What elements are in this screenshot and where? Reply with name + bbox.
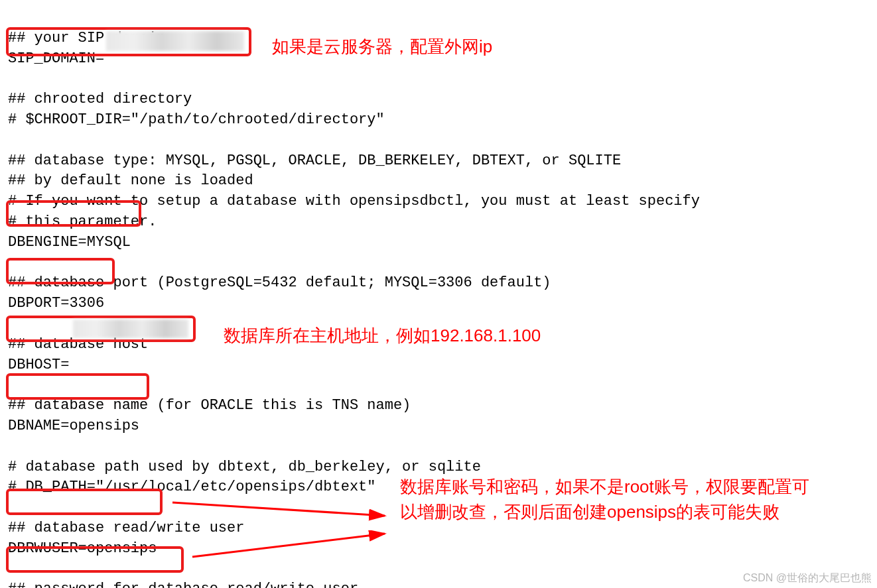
code-line: # database path used by dbtext, db_berke… [8,459,481,475]
code-line: ## your SIP domain [8,30,166,46]
code-line: # If you want to setup a database with o… [8,193,700,209]
code-line: # this parameter. [8,213,157,230]
watermark: CSDN @世俗的大尾巴也熊 [743,571,872,585]
code-line: DBPORT=3306 [8,295,104,312]
code-line: ## chrooted directory [8,91,192,107]
code-line: ## database port (PostgreSQL=5432 defaul… [8,274,551,291]
annotation-dbhost: 数据库所在主机地址，例如192.168.1.100 [224,323,541,347]
code-line: ## database host [8,336,148,353]
annotation-dbrw: 数据库账号和密码，如果不是root账号，权限要配置可以增删改查，否则后面创建op… [400,475,825,524]
code-line: # $CHROOT_DIR="/path/to/chrooted/directo… [8,111,385,128]
code-line: ## database type: MYSQL, PGSQL, ORACLE, … [8,152,621,169]
code-line: ## password for database read/write user [8,581,358,588]
code-line: # DB_PATH="/usr/local/etc/opensips/dbtex… [8,479,376,495]
code-line: ## by default none is loaded [8,172,253,189]
code-line: DBHOST= [8,357,69,373]
code-line: SIP_DOMAIN= [8,50,104,67]
code-line: DBNAME=opensips [8,418,139,434]
annotation-sip: 如果是云服务器，配置外网ip [272,34,492,58]
code-line: ## database read/write user [8,520,244,536]
code-line: DBENGINE=MYSQL [8,234,131,251]
code-line: DBRWUSER=opensips [8,540,157,557]
code-line: ## database name (for ORACLE this is TNS… [8,397,411,414]
